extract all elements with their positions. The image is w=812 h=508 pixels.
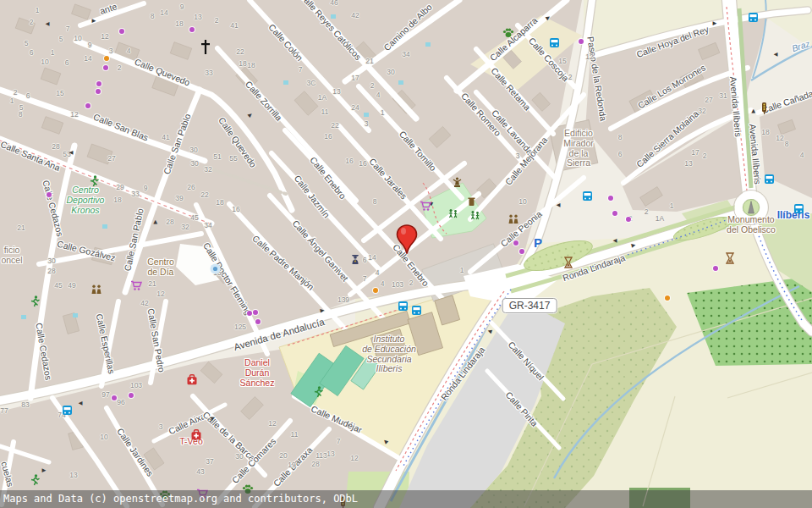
house-number: 1 [670, 202, 674, 210]
house-number: 12 [776, 134, 783, 142]
oneway-arrow-icon: ► [91, 18, 97, 25]
house-number: 28 [47, 267, 55, 275]
house-number: 6 [363, 256, 367, 264]
svg-text:P: P [534, 236, 542, 250]
place-label: Centrode Día [147, 257, 174, 278]
house-number: 37 [206, 457, 213, 466]
house-number: 10 [74, 34, 81, 42]
house-number: 9 [180, 3, 184, 11]
shop-dot-icon [713, 266, 718, 271]
oneway-arrow-icon: ► [44, 20, 51, 27]
house-number: 16 [232, 205, 239, 213]
shop-dot-icon [255, 319, 261, 324]
house-number: 22 [331, 121, 338, 130]
house-number: 29 [116, 183, 123, 191]
house-number: 11 [291, 430, 299, 439]
house-number: 1 [460, 266, 464, 274]
oneway-arrow-icon: ► [555, 202, 562, 208]
oneway-arrow-icon: ► [381, 436, 390, 445]
house-number: 13 [69, 471, 77, 479]
street-name-label: Camino de Albo [381, 2, 434, 52]
house-number: 42 [140, 299, 148, 307]
house-number: 19 [288, 461, 295, 469]
house-number: 10 [100, 433, 107, 441]
street-name-label: Calle Níquel [506, 340, 546, 383]
house-number: 55 [229, 154, 237, 163]
place-label: ficiooncel [1, 246, 22, 266]
house-number: 41 [162, 133, 169, 141]
street-name-label: Calle Doctor Fleming [201, 240, 254, 317]
house-number: 51 [213, 152, 221, 161]
place-label-line: Sierra [563, 158, 594, 168]
house-number: 46 [330, 0, 337, 7]
attribution-text: Maps and Data (c) openstreetmap.org and … [3, 493, 358, 505]
house-number: 6 [65, 58, 69, 67]
street-name-label: Avenida de Andalucía [233, 317, 326, 352]
shop-dot-icon [189, 27, 195, 32]
house-number: 28 [52, 142, 59, 151]
house-number: 21 [17, 224, 25, 232]
shop-dot-icon [47, 192, 52, 197]
place-label-line: Mirador [563, 138, 594, 148]
house-number: 2 [30, 18, 34, 26]
house-number: 18 [216, 198, 223, 207]
place-label-line: Instituto [362, 334, 416, 345]
shop-dot-icon [513, 240, 518, 246]
house-number: 8 [151, 12, 155, 20]
house-number: 43 [196, 467, 204, 476]
house-number: 96 [117, 398, 124, 406]
house-number: 3 [159, 422, 163, 431]
oneway-arrow-icon: ► [152, 218, 159, 225]
street-name-label: Calle Cedazos [41, 179, 65, 237]
house-number: 7 [299, 65, 303, 74]
oneway-arrow-icon: ► [486, 327, 494, 335]
street-name-label: Calle Cañada [760, 88, 812, 115]
house-number: 30 [190, 159, 198, 168]
oneway-arrow-icon: ► [318, 306, 326, 314]
house-number: 7 [363, 274, 367, 283]
house-number: 42 [351, 11, 359, 19]
place-label-line: de Educación [362, 344, 416, 354]
house-number: 27 [107, 154, 115, 163]
shop-dot-icon [612, 211, 617, 216]
street-name-label: Calle Mudéjar [310, 403, 364, 434]
house-number: 3C [307, 79, 316, 87]
house-number: 4 [376, 268, 380, 277]
map-canvas[interactable]: Calle QuevedoCalle QuevedoCalle San Blas… [0, 0, 812, 508]
house-number: 1 [381, 108, 385, 117]
oneway-arrow-icon: ► [68, 149, 74, 156]
house-number: 8 [618, 133, 623, 141]
house-number: 45 [190, 213, 198, 222]
house-number: 41 [230, 21, 238, 30]
shop-dot-icon [85, 103, 91, 108]
house-number: 1A [318, 93, 326, 102]
house-number: 30 [235, 452, 243, 461]
place-label: Monumentodel Obelisco [727, 215, 776, 235]
house-number: 22 [200, 190, 208, 199]
house-number: 2 [215, 16, 219, 25]
house-number: 18 [247, 61, 255, 69]
oneway-arrow-icon: ► [245, 110, 255, 119]
place-label: EdificioMiradorde laSierra [563, 129, 594, 168]
place-label: Braz [791, 39, 811, 54]
oneway-arrow-icon: ► [629, 241, 638, 250]
place-label-line: Durán [240, 368, 275, 378]
house-number: 18 [761, 128, 769, 136]
place-label-line: Kronos [67, 206, 105, 216]
house-number: 17 [691, 148, 699, 157]
shop-dot-icon [579, 39, 584, 44]
shop-dot-icon [103, 65, 108, 70]
house-number: 32 [698, 107, 705, 115]
house-number: 13 [684, 159, 692, 168]
house-number: 30 [47, 257, 55, 265]
place-label-line: oncel [1, 256, 22, 266]
place-label: Institutode EducaciónSecundariaIlíberis [362, 334, 416, 374]
shop-dot-icon [665, 295, 670, 301]
house-number: 2 [118, 64, 122, 72]
house-number: 3 [516, 152, 520, 160]
shop-dot-icon [129, 393, 134, 398]
house-number: 16 [324, 132, 332, 141]
street-name-label: Paseo de la Redonda [585, 36, 609, 122]
house-number: 4 [381, 279, 385, 288]
house-number: 77 [0, 406, 8, 415]
